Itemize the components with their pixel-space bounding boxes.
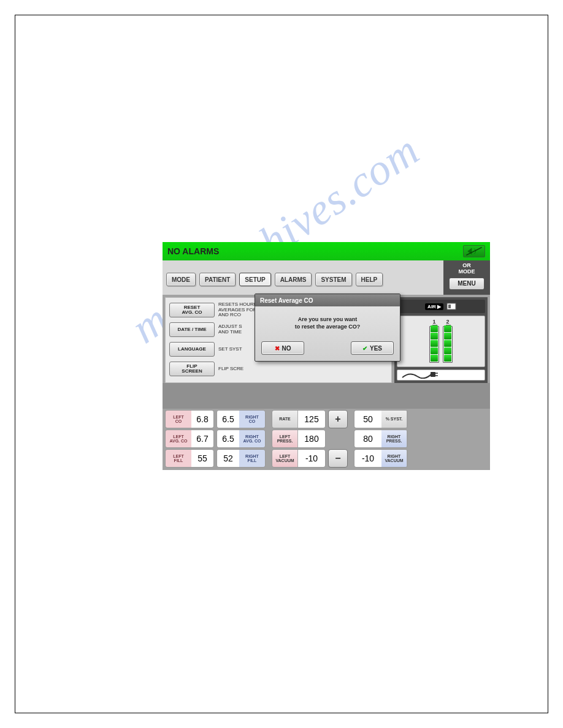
dialog-title: Reset Average CO xyxy=(255,294,400,306)
right-avg-co-label: RIGHT AVG. CO xyxy=(239,430,265,447)
left-vacuum-button[interactable]: LEFT VACUUM xyxy=(272,450,298,467)
battery-2-label: 2 xyxy=(446,319,449,325)
power-plug-row xyxy=(397,370,485,381)
dialog-yes-button[interactable]: ✔ YES xyxy=(351,341,394,355)
right-press-button[interactable]: RIGHT PRESS. xyxy=(381,430,407,447)
right-fill-label: RIGHT FILL xyxy=(239,450,265,467)
device-screen: NO ALARMS MODE PATIENT SETUP ALARMS SYST… xyxy=(163,242,490,470)
readouts-row: LEFT CO6.8 LEFT AVG. CO6.7 LEFT FILL55 6… xyxy=(163,409,490,470)
left-co-label: LEFT CO xyxy=(166,411,191,428)
tab-row: MODE PATIENT SETUP ALARMS SYSTEM HELP OR… xyxy=(163,260,490,295)
tab-setup[interactable]: SETUP xyxy=(239,273,270,286)
language-button[interactable]: LANGUAGE xyxy=(169,342,215,357)
battery-row: 1 2 xyxy=(397,316,485,367)
alarm-text: NO ALARMS xyxy=(167,246,219,256)
right-vacuum-value: -10 xyxy=(354,450,381,467)
battery-1-icon xyxy=(429,326,439,363)
tab-alarms[interactable]: ALARMS xyxy=(275,273,312,286)
air-row: AIR▶ xyxy=(397,300,485,313)
flip-screen-desc: FLIP SCRE xyxy=(218,366,278,372)
left-avg-co-value: 6.7 xyxy=(191,430,213,447)
compressor-icon xyxy=(446,302,457,311)
increment-button[interactable]: + xyxy=(328,410,348,428)
tab-mode[interactable]: MODE xyxy=(166,273,196,286)
check-icon: ✔ xyxy=(362,345,367,352)
confirm-dialog: Reset Average CO Are you sure you wantto… xyxy=(255,294,400,362)
left-avg-co-label: LEFT AVG. CO xyxy=(166,430,191,447)
menu-button[interactable]: MENU xyxy=(449,278,484,290)
left-fill-value: 55 xyxy=(191,450,213,467)
alarm-mute-button[interactable] xyxy=(463,245,485,257)
right-vacuum-button[interactable]: RIGHT VACUUM xyxy=(381,450,407,467)
left-co-value: 6.8 xyxy=(191,411,213,428)
or-mode-panel: ORMODE MENU xyxy=(443,260,490,295)
tab-patient[interactable]: PATIENT xyxy=(199,273,236,286)
rate-value: 125 xyxy=(298,411,325,428)
svg-rect-4 xyxy=(431,372,435,377)
tab-system[interactable]: SYSTEM xyxy=(315,273,351,286)
battery-2-icon xyxy=(443,326,453,363)
rate-button[interactable]: RATE xyxy=(272,411,298,428)
battery-1-label: 1 xyxy=(432,319,435,325)
or-mode-label: ORMODE xyxy=(446,263,488,275)
status-panel: AIR▶ 1 2 xyxy=(394,297,488,383)
left-press-value: 180 xyxy=(298,430,325,447)
svg-rect-3 xyxy=(448,305,451,308)
left-fill-label: LEFT FILL xyxy=(166,450,191,467)
syst-button[interactable]: % SYST. xyxy=(381,411,407,428)
dialog-message: Are you sure you wantto reset the averag… xyxy=(255,306,400,336)
reset-avg-co-button[interactable]: RESET AVG. CO xyxy=(169,303,215,317)
x-icon: ✖ xyxy=(275,345,280,352)
syst-value: 50 xyxy=(354,411,381,428)
right-fill-value: 52 xyxy=(217,450,239,467)
decrement-button[interactable]: − xyxy=(328,449,348,468)
left-press-button[interactable]: LEFT PRESS. xyxy=(272,430,298,447)
left-vacuum-value: -10 xyxy=(298,450,325,467)
right-avg-co-value: 6.5 xyxy=(217,430,239,447)
power-plug-icon xyxy=(401,371,438,379)
alarm-bar: NO ALARMS xyxy=(163,242,490,260)
right-co-label: RIGHT CO xyxy=(239,411,265,428)
right-press-value: 80 xyxy=(354,430,381,447)
flip-screen-button[interactable]: FLIP SCREEN xyxy=(169,362,215,376)
right-co-value: 6.5 xyxy=(217,411,239,428)
tab-help[interactable]: HELP xyxy=(356,273,383,286)
air-badge: AIR▶ xyxy=(425,303,443,310)
date-time-button[interactable]: DATE / TIME xyxy=(169,322,215,337)
dialog-no-button[interactable]: ✖ NO xyxy=(261,341,304,355)
